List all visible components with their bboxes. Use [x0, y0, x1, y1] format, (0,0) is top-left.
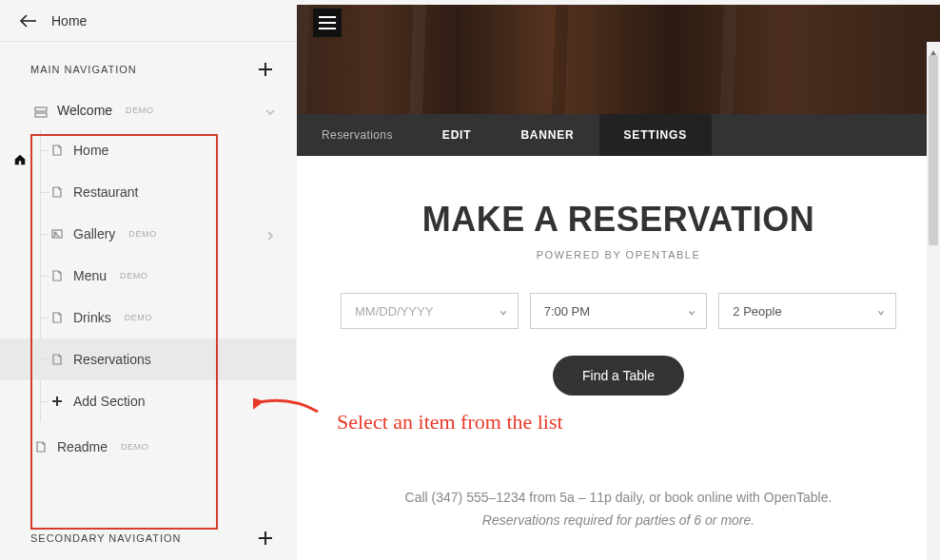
folder-index-icon [34, 105, 48, 116]
footer-line-1: Call (347) 555–1234 from 5a – 11p daily,… [341, 487, 896, 510]
scroll-up-arrow-icon[interactable] [930, 44, 937, 51]
secondary-nav-header: SECONDARY NAVIGATION [0, 511, 297, 560]
add-section-label: Add Section [73, 394, 146, 409]
main-nav-title: MAIN NAVIGATION [30, 64, 137, 75]
nav-label: Welcome [57, 103, 112, 118]
nav-item-menu[interactable]: Menu DEMO [41, 255, 297, 297]
chevron-right-icon [264, 228, 276, 240]
back-to-home[interactable]: Home [17, 10, 87, 32]
toolbar-context-label: Reservations [297, 114, 418, 156]
demo-badge: DEMO [128, 229, 156, 239]
people-value: 2 People [733, 304, 781, 319]
navigation-sidebar: MAIN NAVIGATION Welcome DEMO [0, 42, 297, 560]
page-icon [50, 353, 64, 366]
date-value: MM/DD/YYYY [355, 304, 433, 319]
nav-item-welcome[interactable]: Welcome DEMO [34, 91, 297, 129]
chevron-down-icon [264, 105, 276, 116]
hero-banner [297, 5, 940, 114]
wood-background-image [297, 5, 940, 114]
demo-badge: DEMO [121, 442, 148, 452]
preview-scrollbar[interactable] [927, 42, 940, 560]
find-table-button[interactable]: Find a Table [553, 356, 684, 396]
page-icon [50, 311, 64, 324]
page-icon [50, 144, 64, 157]
date-select[interactable]: MM/DD/YYYY [341, 293, 519, 329]
nav-item-readme[interactable]: Readme DEMO [34, 428, 297, 466]
powered-by-label: POWERED BY OPENTABLE [341, 249, 896, 261]
tab-edit[interactable]: EDIT [418, 114, 497, 156]
preview-toolbar: Reservations EDIT BANNER SETTINGS [297, 114, 940, 156]
svg-rect-3 [35, 107, 47, 111]
page-preview: Reservations EDIT BANNER SETTINGS MAKE A… [297, 42, 940, 560]
main-nav-header: MAIN NAVIGATION [0, 42, 297, 91]
demo-badge: DEMO [126, 106, 153, 115]
chevron-down-icon [876, 306, 886, 316]
footer-line-2: Reservations required for parties of 6 o… [341, 510, 896, 532]
time-value: 7:00 PM [544, 304, 590, 319]
party-size-select[interactable]: 2 People [718, 293, 896, 329]
scrollbar-thumb[interactable] [929, 55, 938, 245]
nav-item-restaurant[interactable]: Restaurant [41, 171, 297, 213]
page-icon [50, 185, 64, 199]
chevron-down-icon [687, 306, 696, 316]
page-icon [34, 440, 48, 454]
image-icon [50, 227, 64, 241]
time-select[interactable]: 7:00 PM [530, 293, 708, 329]
nav-label: Readme [57, 439, 108, 454]
hamburger-menu-button[interactable] [313, 9, 342, 37]
nav-item-drinks[interactable]: Drinks DEMO [41, 297, 297, 338]
page-title: MAKE A RESERVATION [341, 200, 896, 240]
add-nav-item-button[interactable] [257, 61, 274, 78]
chevron-down-icon [499, 306, 508, 316]
nav-item-home[interactable]: Home [41, 129, 297, 171]
tab-banner[interactable]: BANNER [496, 114, 598, 156]
back-arrow-icon [17, 10, 40, 32]
nav-item-reservations[interactable]: Reservations [0, 338, 297, 380]
nav-item-gallery[interactable]: Gallery DEMO [41, 213, 297, 255]
tab-settings[interactable]: SETTINGS [599, 114, 712, 156]
nav-label: Drinks [73, 310, 111, 325]
demo-badge: DEMO [125, 313, 152, 322]
home-icon [13, 153, 27, 166]
nav-label: Reservations [73, 352, 151, 367]
nav-label: Home [73, 143, 108, 158]
add-section-button[interactable]: Add Section [41, 380, 297, 422]
secondary-nav-title: SECONDARY NAVIGATION [30, 532, 182, 544]
reservation-footer: Call (347) 555–1234 from 5a – 11p daily,… [341, 487, 896, 532]
svg-rect-4 [35, 113, 47, 117]
nav-label: Restaurant [73, 184, 138, 200]
find-table-label: Find a Table [582, 368, 655, 383]
nav-label: Menu [73, 268, 107, 283]
plus-icon [50, 395, 64, 408]
back-label: Home [51, 13, 87, 29]
demo-badge: DEMO [120, 271, 147, 280]
nav-label: Gallery [73, 226, 115, 241]
add-secondary-nav-button[interactable] [257, 530, 274, 547]
page-icon [50, 269, 64, 282]
nav-tree: Welcome DEMO Home Restaurant [34, 91, 297, 466]
